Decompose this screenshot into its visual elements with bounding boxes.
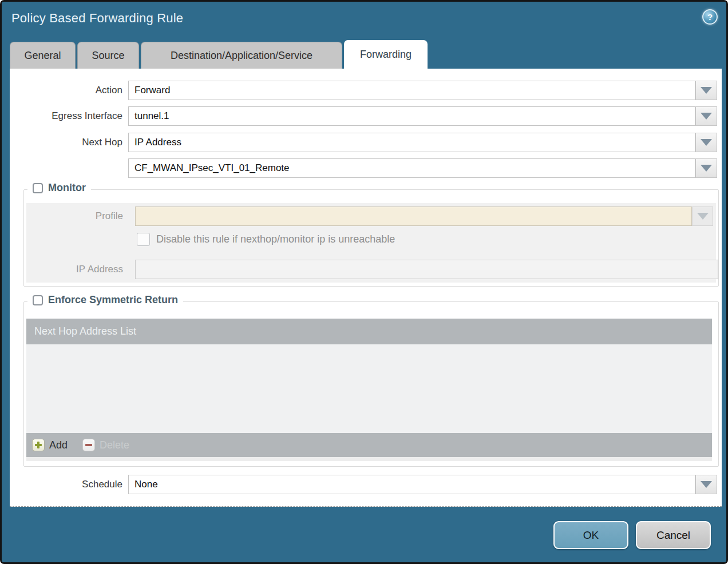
profile-field <box>135 206 692 226</box>
enforce-symmetric-return-legend-label: Enforce Symmetric Return <box>48 294 178 306</box>
next-hop-address-list-toolbar: Add Delete <box>26 433 712 457</box>
next-hop-address-list-table: Next Hop Address List Add Delete <box>26 319 712 461</box>
egress-interface-field[interactable] <box>128 106 695 126</box>
forwarding-tab-panel: Action Egress Interface Next Hop <box>10 69 722 507</box>
tab-destination-application-service[interactable]: Destination/Application/Service <box>141 42 342 69</box>
help-icon[interactable]: ? <box>702 9 718 25</box>
action-field[interactable] <box>128 81 695 100</box>
monitor-section: Monitor Profile Disable this rule if nex… <box>23 189 719 287</box>
enforce-symmetric-return-checkbox[interactable] <box>33 295 43 305</box>
ok-button[interactable]: OK <box>553 521 628 549</box>
next-hop-type-dropdown-button[interactable] <box>695 133 717 152</box>
profile-label: Profile <box>26 206 123 226</box>
monitor-panel: Profile Disable this rule if nexthop/mon… <box>26 203 716 283</box>
action-dropdown-button[interactable] <box>695 81 717 100</box>
tab-source[interactable]: Source <box>77 42 139 69</box>
policy-based-forwarding-dialog: Policy Based Forwarding Rule ? General S… <box>0 0 728 564</box>
cancel-button[interactable]: Cancel <box>636 521 711 549</box>
schedule-label: Schedule <box>10 475 122 494</box>
next-hop-address-list-header: Next Hop Address List <box>26 319 712 344</box>
plus-icon <box>32 439 45 451</box>
monitor-checkbox[interactable] <box>33 183 43 193</box>
chevron-down-icon <box>701 113 712 120</box>
tab-general[interactable]: General <box>10 42 76 69</box>
profile-dropdown-button <box>692 206 713 226</box>
titlebar: Policy Based Forwarding Rule ? <box>2 2 726 37</box>
delete-button: Delete <box>82 439 129 451</box>
minus-icon <box>82 439 95 451</box>
add-button[interactable]: Add <box>32 439 68 451</box>
page-title: Policy Based Forwarding Rule <box>11 11 183 26</box>
chevron-down-icon <box>701 481 712 488</box>
monitor-ip-address-label: IP Address <box>26 260 123 279</box>
next-hop-address-list-body <box>26 344 712 433</box>
chevron-down-icon <box>701 139 712 146</box>
monitor-legend: Monitor <box>27 182 91 194</box>
tab-forwarding[interactable]: Forwarding <box>344 40 428 69</box>
next-hop-type-field[interactable] <box>128 133 695 152</box>
next-hop-label: Next Hop <box>10 133 122 152</box>
monitor-ip-address-field <box>135 260 718 279</box>
enforce-symmetric-return-section: Enforce Symmetric Return Next Hop Addres… <box>23 301 719 467</box>
schedule-dropdown-button[interactable] <box>695 475 717 494</box>
action-label: Action <box>10 81 122 100</box>
next-hop-address-dropdown-button[interactable] <box>695 158 717 178</box>
disable-rule-row: Disable this rule if nexthop/monitor ip … <box>137 233 395 246</box>
egress-interface-dropdown-button[interactable] <box>695 106 717 126</box>
monitor-legend-label: Monitor <box>48 182 86 194</box>
next-hop-address-field[interactable] <box>128 158 695 178</box>
delete-button-label: Delete <box>100 439 129 451</box>
add-button-label: Add <box>49 439 68 451</box>
chevron-down-icon <box>697 213 709 220</box>
table-bottom-strip <box>26 457 712 461</box>
egress-interface-label: Egress Interface <box>10 106 122 126</box>
disable-rule-checkbox <box>137 233 150 246</box>
schedule-field[interactable] <box>128 475 695 494</box>
chevron-down-icon <box>701 87 712 94</box>
chevron-down-icon <box>701 165 712 172</box>
enforce-symmetric-return-legend: Enforce Symmetric Return <box>27 294 183 306</box>
disable-rule-label: Disable this rule if nexthop/monitor ip … <box>156 233 395 245</box>
